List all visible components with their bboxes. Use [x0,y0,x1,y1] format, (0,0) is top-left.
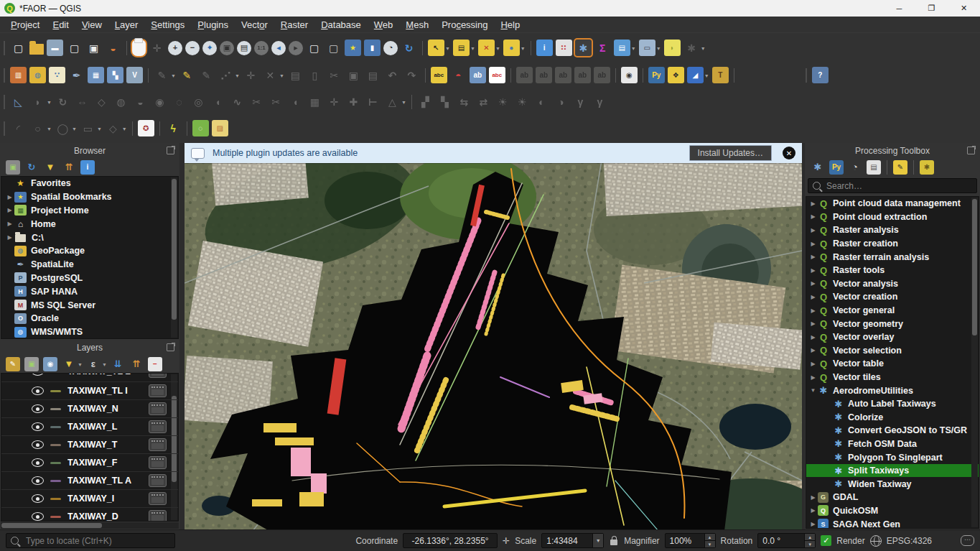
crs-value[interactable]: EPSG:4326 [887,536,932,546]
toggle-editing-icon[interactable]: ✎ [179,67,195,83]
toolbox-group-raster-analysis[interactable]: ▶QRaster analysis [806,223,979,237]
toolbox-group-vector-table[interactable]: ▶QVector table [806,357,979,371]
toolbox-group-point-cloud-extraction[interactable]: ▶QPoint cloud extraction [806,210,979,224]
add-ellipse-icon-dropdown[interactable]: ▼ [72,126,77,131]
locator-search[interactable] [6,533,175,548]
menu-plugins[interactable]: Plugins [191,17,235,32]
zoom-in-icon[interactable]: + [168,41,182,55]
magnifier-spin-icons[interactable]: ▲▼ [704,534,715,547]
filter-legend-icon[interactable]: ▼ [62,357,76,371]
menu-help[interactable]: Help [494,17,526,32]
add-rectangle-icon-dropdown[interactable]: ▼ [97,126,102,131]
new-print-layout-icon[interactable]: ▢ [66,40,83,56]
menu-processing[interactable]: Processing [435,17,494,32]
layer-visibility-checkbox[interactable] [32,422,44,431]
toolbox-group-aerodromeutilities[interactable]: ▼✱AerodromeUtilities [806,384,979,397]
history-icon[interactable]: ◔ [848,160,862,175]
toolbox-group-raster-terrain-analysis[interactable]: ▶QRaster terrain analysis [806,250,979,264]
zoom-out-icon[interactable]: − [185,41,200,55]
select-features-icon[interactable]: ↖ [428,40,444,56]
layer-row-taxiway-f[interactable]: TAXIWAY_F [1,454,178,472]
edit-features-inplace-icon[interactable]: ✎ [893,160,907,175]
new-mesh-icon[interactable]: ▦ [88,67,104,83]
toolbox-tool-polygon-to-singlepart[interactable]: ✱Polygon To Singlepart [806,450,979,464]
layer-row-taxiway-tl-i[interactable]: TAXIWAY_TL I [1,382,178,400]
layer-row-taxiway-t[interactable]: TAXIWAY_T [1,436,178,454]
layer-visibility-checkbox[interactable] [32,458,44,467]
map-canvas[interactable]: Multiple plugin updates are available In… [185,143,802,529]
digitize-icon-dropdown[interactable]: ▼ [235,73,240,78]
expand-all-icon[interactable]: ⇊ [111,357,125,371]
browser-item-spatial-bookmarks[interactable]: ▶★Spatial Bookmarks [1,190,178,204]
annotation-icon-dropdown[interactable]: ▼ [701,46,706,51]
add-selected-layer-icon[interactable]: ▣ [6,160,20,175]
magnifier-input[interactable] [666,536,704,546]
processing-toolbox-icon[interactable]: ✱ [575,40,592,56]
browser-item-favorites[interactable]: ★Favorites [1,177,178,190]
vertex-filter-icon-dropdown[interactable]: ▼ [401,100,406,105]
zoom-full-icon[interactable]: ✦ [202,41,217,55]
statistics-icon[interactable]: ∷ [556,40,572,56]
expand-arrow-icon[interactable]: ▶ [5,207,14,213]
menu-view[interactable]: View [75,17,108,32]
show-bookmarks-icon[interactable]: ▮ [364,40,381,56]
certificate-stamp-icon[interactable]: ✪ [138,120,154,136]
remove-layer-icon[interactable]: − [148,357,162,371]
label-highlight-icon[interactable]: abc [489,67,505,83]
collapse-all-icon[interactable]: ⇈ [62,160,76,175]
expand-arrow-icon[interactable]: ▶ [808,227,818,233]
deselect-icon[interactable]: ✕ [478,40,495,56]
filter-expression-icon[interactable]: ε [86,357,101,371]
layer-visibility-checkbox[interactable] [32,386,44,395]
expand-arrow-icon[interactable]: ▶ [808,334,818,341]
menu-project[interactable]: Project [4,17,46,32]
toolbox-tool-convert-geojson-to-ts-gr[interactable]: ✱Convert GeoJSON to TS/GR [806,424,979,437]
menu-edit[interactable]: Edit [46,17,75,32]
browser-item-geopackage[interactable]: ◍GeoPackage [1,244,178,258]
expand-arrow-icon[interactable]: ▶ [5,234,14,241]
toolbox-scrollbar[interactable] [971,198,978,527]
menu-mesh[interactable]: Mesh [399,17,435,32]
plugin-tool-icon[interactable]: ❖ [668,67,684,83]
close-notification-icon[interactable]: ✕ [783,147,795,159]
toolbox-group-vector-creation[interactable]: ▶QVector creation [806,290,979,304]
scale-combo[interactable]: ▼ [541,533,604,548]
python-console-icon[interactable]: Py [648,67,665,83]
new-map-view-icon[interactable]: ▢ [306,40,322,56]
browser-item-ms-sql-server[interactable]: MMS SQL Server [1,298,178,312]
new-virtual-layer-icon[interactable]: ▚ [107,67,123,83]
close-button[interactable]: ✕ [948,0,980,17]
toolbox-tool-widen-taxiway[interactable]: ✱Widen Taxiway [806,477,979,491]
osm-search-icon[interactable]: ◌ [192,120,209,136]
layer-row-taxiway-d[interactable]: TAXIWAY_D [1,508,178,522]
measure-icon-dropdown[interactable]: ▼ [656,46,661,51]
browser-scrollbar[interactable] [171,177,177,338]
layer-row-taxiway-l[interactable]: TAXIWAY_L [1,418,178,436]
magnifier-spinbox[interactable]: ▲▼ [665,533,716,548]
filter-browser-icon[interactable]: ▼ [43,160,57,175]
expand-arrow-icon[interactable]: ▶ [808,280,818,287]
python-scripts-icon[interactable]: Py [829,160,844,175]
help-icon[interactable]: ? [812,67,829,83]
messages-log-icon[interactable]: ⋯ [961,535,974,546]
layer-visibility-checkbox[interactable] [32,374,44,376]
expand-arrow-icon[interactable]: ▶ [808,213,818,220]
new-3d-map-view-icon[interactable]: ▢ [325,40,342,56]
add-regular-polygon-icon-dropdown[interactable]: ▼ [122,126,127,131]
menu-layer[interactable]: Layer [108,17,145,32]
browser-item-home[interactable]: ▶⌂Home [1,217,178,231]
coordinate-input[interactable] [403,536,497,546]
layer-labeling-icon[interactable]: abc [431,67,447,83]
build-tool-icon[interactable]: T [712,67,729,83]
deselect-icon-dropdown[interactable]: ▼ [495,46,500,51]
select-features-icon-dropdown[interactable]: ▼ [445,46,450,51]
select-by-location-icon-dropdown[interactable]: ▼ [521,46,526,51]
browser-item-sap-hana[interactable]: HSAP HANA [1,284,178,298]
toolbar-handle[interactable] [4,95,5,109]
properties-icon[interactable]: i [80,160,95,175]
expand-arrow-icon[interactable]: ▶ [808,347,818,353]
filter-legend-icon-dropdown[interactable]: ▼ [78,362,83,367]
toolbox-group-raster-tools[interactable]: ▶QRaster tools [806,264,979,277]
zoom-last-icon[interactable]: ◂ [271,41,286,55]
locator-input[interactable] [24,535,170,547]
